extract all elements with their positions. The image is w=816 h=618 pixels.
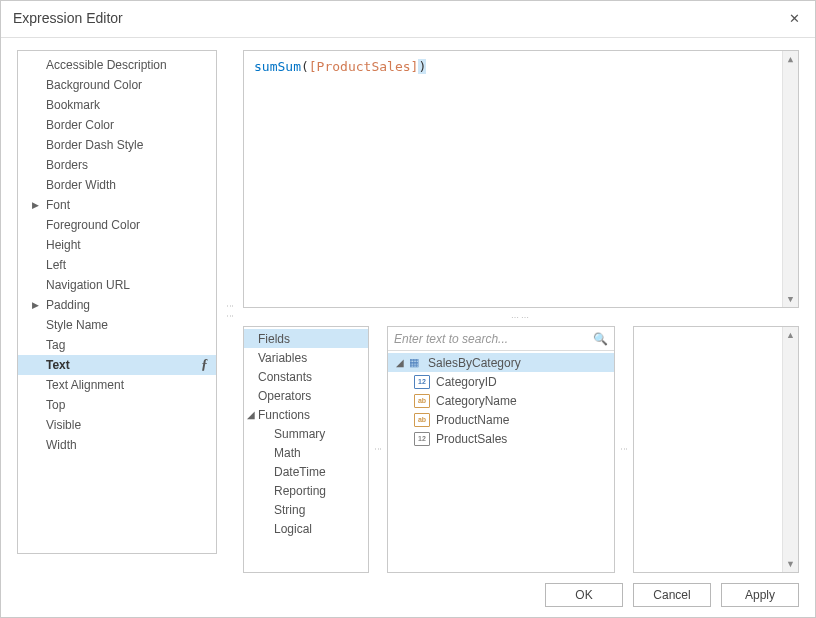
datasource-icon: ▦ — [406, 356, 422, 370]
ok-button[interactable]: OK — [545, 583, 623, 607]
category-subitem[interactable]: Summary — [244, 424, 368, 443]
category-subitem[interactable]: String — [244, 500, 368, 519]
property-label: Top — [46, 398, 65, 412]
property-item[interactable]: Left — [18, 255, 216, 275]
bottom-row: FieldsVariablesConstantsOperators◢Functi… — [243, 326, 799, 573]
property-item[interactable]: Foreground Color — [18, 215, 216, 235]
property-label: Border Dash Style — [46, 138, 143, 152]
property-item[interactable]: Background Color — [18, 75, 216, 95]
field-type-icon: 12 — [414, 432, 430, 446]
tree-row-field[interactable]: 12ProductSales — [388, 429, 614, 448]
apply-button[interactable]: Apply — [721, 583, 799, 607]
property-label: Bookmark — [46, 98, 100, 112]
description-panel: ▲ ▼ — [633, 326, 799, 573]
search-icon[interactable]: 🔍 — [593, 332, 608, 346]
categories-panel: FieldsVariablesConstantsOperators◢Functi… — [243, 326, 369, 573]
dialog-title: Expression Editor — [13, 10, 123, 26]
tree-row-field[interactable]: 12CategoryID — [388, 372, 614, 391]
search-input[interactable] — [394, 332, 593, 346]
right-column: sumSum([ProductSales]) ▲ ▼ ⋯⋯ FieldsVari… — [243, 50, 799, 573]
category-label: Functions — [258, 408, 310, 422]
expression-textarea[interactable]: sumSum([ProductSales]) ▲ ▼ — [243, 50, 799, 308]
category-item[interactable]: Operators — [244, 386, 368, 405]
property-label: Foreground Color — [46, 218, 140, 232]
splitter-horizontal[interactable]: ⋯⋯ — [243, 314, 799, 320]
property-item[interactable]: Top — [18, 395, 216, 415]
tree-row-field[interactable]: abCategoryName — [388, 391, 614, 410]
tree-row-label: ProductName — [436, 413, 509, 427]
scroll-up-icon[interactable]: ▲ — [783, 51, 798, 67]
category-subitem[interactable]: DateTime — [244, 462, 368, 481]
splitter-cat-fields[interactable]: ⋮ — [375, 326, 381, 573]
property-item[interactable]: Textƒ — [18, 355, 216, 375]
property-label: Text — [46, 358, 70, 372]
property-item[interactable]: Style Name — [18, 315, 216, 335]
chevron-down-icon[interactable]: ◢ — [246, 409, 256, 420]
category-label: Math — [274, 446, 301, 460]
category-label: Reporting — [274, 484, 326, 498]
category-item[interactable]: Variables — [244, 348, 368, 367]
property-item[interactable]: Accessible Description — [18, 55, 216, 75]
scroll-down-icon[interactable]: ▼ — [783, 291, 798, 307]
search-row: 🔍 — [388, 327, 614, 351]
properties-panel: Accessible DescriptionBackground ColorBo… — [17, 50, 217, 554]
close-icon[interactable]: ✕ — [785, 9, 803, 27]
property-label: Font — [46, 198, 70, 212]
property-item[interactable]: Width — [18, 435, 216, 455]
fields-tree: ◢▦SalesByCategory12CategoryIDabCategoryN… — [388, 351, 614, 448]
tree-row-label: CategoryID — [436, 375, 497, 389]
scroll-down-icon[interactable]: ▼ — [783, 556, 798, 572]
category-subitem[interactable]: Reporting — [244, 481, 368, 500]
category-item[interactable]: ◢Functions — [244, 405, 368, 424]
category-label: Logical — [274, 522, 312, 536]
property-label: Borders — [46, 158, 88, 172]
property-label: Tag — [46, 338, 65, 352]
content-area: Accessible DescriptionBackground ColorBo… — [1, 38, 815, 617]
property-item[interactable]: Tag — [18, 335, 216, 355]
property-label: Text Alignment — [46, 378, 124, 392]
tree-row-label: ProductSales — [436, 432, 507, 446]
property-label: Accessible Description — [46, 58, 167, 72]
button-row: OK Cancel Apply — [17, 581, 799, 607]
tree-row-label: SalesByCategory — [428, 356, 521, 370]
description-scrollbar[interactable]: ▲ ▼ — [782, 327, 798, 572]
chevron-right-icon[interactable]: ▶ — [32, 200, 39, 210]
category-label: Summary — [274, 427, 325, 441]
property-item[interactable]: Border Width — [18, 175, 216, 195]
property-label: Width — [46, 438, 77, 452]
property-item[interactable]: Height — [18, 235, 216, 255]
splitter-fields-desc[interactable]: ⋮ — [621, 326, 627, 573]
property-item[interactable]: Navigation URL — [18, 275, 216, 295]
property-item[interactable]: Border Dash Style — [18, 135, 216, 155]
expression-editor-dialog: Expression Editor ✕ Accessible Descripti… — [0, 0, 816, 618]
property-label: Navigation URL — [46, 278, 130, 292]
category-subitem[interactable]: Logical — [244, 519, 368, 538]
tree-row-field[interactable]: abProductName — [388, 410, 614, 429]
property-label: Padding — [46, 298, 90, 312]
category-label: DateTime — [274, 465, 326, 479]
category-subitem[interactable]: Math — [244, 443, 368, 462]
tree-row-root[interactable]: ◢▦SalesByCategory — [388, 353, 614, 372]
property-item[interactable]: ▶Font — [18, 195, 216, 215]
category-label: String — [274, 503, 305, 517]
property-item[interactable]: ▶Padding — [18, 295, 216, 315]
category-label: Fields — [258, 332, 290, 346]
expression-scrollbar[interactable]: ▲ ▼ — [782, 51, 798, 307]
property-label: Style Name — [46, 318, 108, 332]
category-item[interactable]: Fields — [244, 329, 368, 348]
property-item[interactable]: Border Color — [18, 115, 216, 135]
property-label: Height — [46, 238, 81, 252]
category-item[interactable]: Constants — [244, 367, 368, 386]
scroll-up-icon[interactable]: ▲ — [783, 327, 798, 343]
property-item[interactable]: Text Alignment — [18, 375, 216, 395]
chevron-right-icon[interactable]: ▶ — [32, 300, 39, 310]
property-item[interactable]: Visible — [18, 415, 216, 435]
property-item[interactable]: Borders — [18, 155, 216, 175]
splitter-vertical[interactable]: ⋮⋮ — [227, 50, 233, 573]
field-type-icon: 12 — [414, 375, 430, 389]
cancel-button[interactable]: Cancel — [633, 583, 711, 607]
category-label: Variables — [258, 351, 307, 365]
field-type-icon: ab — [414, 394, 430, 408]
property-item[interactable]: Bookmark — [18, 95, 216, 115]
chevron-down-icon[interactable]: ◢ — [394, 357, 406, 368]
